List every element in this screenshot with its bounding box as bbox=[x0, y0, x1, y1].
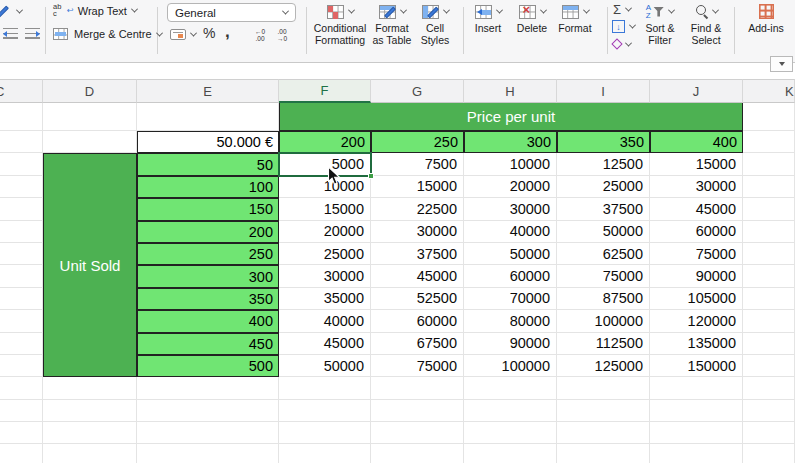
data-cell[interactable]: 60000 bbox=[650, 221, 743, 243]
data-cell[interactable]: 105000 bbox=[650, 288, 743, 310]
empty-cell[interactable] bbox=[557, 400, 650, 422]
data-cell[interactable]: 100000 bbox=[464, 355, 557, 377]
empty-cell[interactable] bbox=[43, 103, 137, 131]
empty-cell[interactable] bbox=[0, 333, 43, 355]
increase-indent-button[interactable] bbox=[25, 28, 40, 39]
empty-cell[interactable] bbox=[0, 243, 43, 265]
unit-cell[interactable]: 500 bbox=[137, 355, 279, 377]
empty-cell[interactable] bbox=[43, 444, 137, 463]
column-header-G[interactable]: G bbox=[371, 79, 464, 103]
empty-cell[interactable] bbox=[0, 422, 43, 444]
conditional-formatting-button[interactable]: Conditional Formatting bbox=[311, 3, 369, 46]
empty-cell[interactable] bbox=[650, 400, 743, 422]
budget-cell[interactable]: 50.000 € bbox=[137, 131, 279, 153]
empty-cell[interactable] bbox=[371, 444, 464, 463]
data-cell[interactable]: 30000 bbox=[464, 198, 557, 220]
unit-cell[interactable]: 50 bbox=[137, 153, 279, 175]
price-cell[interactable]: 200 bbox=[279, 131, 371, 153]
data-cell[interactable]: 25000 bbox=[557, 176, 650, 198]
data-cell[interactable]: 75000 bbox=[371, 355, 464, 377]
unit-cell[interactable]: 450 bbox=[137, 333, 279, 355]
data-cell[interactable]: 30000 bbox=[371, 221, 464, 243]
data-cell[interactable]: 150000 bbox=[650, 355, 743, 377]
column-header-J[interactable]: J bbox=[650, 79, 743, 103]
number-format-select[interactable]: General bbox=[167, 3, 296, 22]
empty-cell[interactable] bbox=[0, 131, 43, 153]
price-cell[interactable]: 400 bbox=[650, 131, 743, 153]
price-cell[interactable]: 250 bbox=[371, 131, 464, 153]
empty-cell[interactable] bbox=[743, 243, 795, 265]
data-cell[interactable]: 62500 bbox=[557, 243, 650, 265]
empty-cell[interactable] bbox=[464, 400, 557, 422]
data-cell[interactable]: 15000 bbox=[279, 198, 371, 220]
empty-cell[interactable] bbox=[0, 153, 43, 175]
empty-cell[interactable] bbox=[743, 355, 795, 377]
wrap-text-button[interactable]: ab c ↩ Wrap Text bbox=[53, 4, 137, 17]
data-cell[interactable]: 90000 bbox=[464, 333, 557, 355]
price-per-unit-header[interactable]: Price per unit bbox=[279, 103, 743, 131]
data-cell[interactable]: 125000 bbox=[557, 355, 650, 377]
unit-cell[interactable]: 150 bbox=[137, 198, 279, 220]
empty-cell[interactable] bbox=[43, 131, 137, 153]
empty-cell[interactable] bbox=[0, 310, 43, 332]
empty-cell[interactable] bbox=[557, 444, 650, 463]
empty-cell[interactable] bbox=[743, 103, 795, 131]
empty-cell[interactable] bbox=[650, 377, 743, 399]
empty-cell[interactable] bbox=[371, 377, 464, 399]
data-cell[interactable]: 50000 bbox=[279, 355, 371, 377]
cell-styles-button[interactable]: Cell Styles bbox=[413, 3, 457, 46]
data-cell[interactable]: 30000 bbox=[279, 265, 371, 287]
column-header-H[interactable]: H bbox=[464, 79, 557, 103]
column-header-E[interactable]: E bbox=[137, 79, 279, 103]
unit-cell[interactable]: 250 bbox=[137, 243, 279, 265]
merge-centre-button[interactable]: Merge & Centre bbox=[53, 28, 162, 40]
data-cell[interactable]: 10000 bbox=[464, 153, 557, 175]
column-header-I[interactable]: I bbox=[557, 79, 650, 103]
empty-cell[interactable] bbox=[43, 377, 137, 399]
empty-cell[interactable] bbox=[743, 221, 795, 243]
empty-cell[interactable] bbox=[279, 422, 371, 444]
percent-style-button[interactable]: % bbox=[203, 25, 215, 41]
empty-cell[interactable] bbox=[650, 444, 743, 463]
accounting-format-button[interactable] bbox=[170, 29, 196, 40]
data-cell[interactable]: 37500 bbox=[371, 243, 464, 265]
format-button[interactable]: Format bbox=[551, 3, 599, 35]
sort-filter-button[interactable]: AZ Sort & Filter bbox=[637, 3, 683, 46]
comma-style-button[interactable]: , bbox=[225, 22, 230, 42]
data-cell[interactable]: 52500 bbox=[371, 288, 464, 310]
data-cell[interactable]: 15000 bbox=[371, 176, 464, 198]
format-as-table-button[interactable]: Format as Table bbox=[369, 3, 415, 46]
data-cell[interactable]: 40000 bbox=[279, 310, 371, 332]
empty-cell[interactable] bbox=[743, 333, 795, 355]
data-cell[interactable]: 45000 bbox=[371, 265, 464, 287]
empty-cell[interactable] bbox=[743, 153, 795, 175]
data-cell[interactable]: 50000 bbox=[557, 221, 650, 243]
empty-cell[interactable] bbox=[743, 131, 795, 153]
data-cell[interactable]: 135000 bbox=[650, 333, 743, 355]
add-ins-button[interactable]: Add-ins bbox=[741, 3, 791, 35]
data-cell[interactable]: 100000 bbox=[557, 310, 650, 332]
data-cell[interactable]: 30000 bbox=[650, 176, 743, 198]
empty-cell[interactable] bbox=[743, 176, 795, 198]
data-cell[interactable]: 50000 bbox=[464, 243, 557, 265]
empty-cell[interactable] bbox=[0, 400, 43, 422]
price-cell[interactable]: 350 bbox=[557, 131, 650, 153]
fill-button[interactable]: ↓ bbox=[612, 20, 635, 33]
empty-cell[interactable] bbox=[0, 288, 43, 310]
empty-cell[interactable] bbox=[371, 400, 464, 422]
data-cell[interactable]: 90000 bbox=[650, 265, 743, 287]
empty-cell[interactable] bbox=[557, 377, 650, 399]
data-cell[interactable]: 45000 bbox=[650, 198, 743, 220]
data-cell[interactable]: 20000 bbox=[279, 221, 371, 243]
data-cell[interactable]: 120000 bbox=[650, 310, 743, 332]
find-select-button[interactable]: Find & Select bbox=[683, 3, 729, 46]
empty-cell[interactable] bbox=[743, 400, 795, 422]
empty-cell[interactable] bbox=[743, 288, 795, 310]
empty-cell[interactable] bbox=[743, 377, 795, 399]
data-cell[interactable]: 20000 bbox=[464, 176, 557, 198]
empty-cell[interactable] bbox=[464, 444, 557, 463]
empty-cell[interactable] bbox=[743, 444, 795, 463]
empty-cell[interactable] bbox=[0, 103, 43, 131]
empty-cell[interactable] bbox=[464, 422, 557, 444]
data-cell[interactable]: 37500 bbox=[557, 198, 650, 220]
